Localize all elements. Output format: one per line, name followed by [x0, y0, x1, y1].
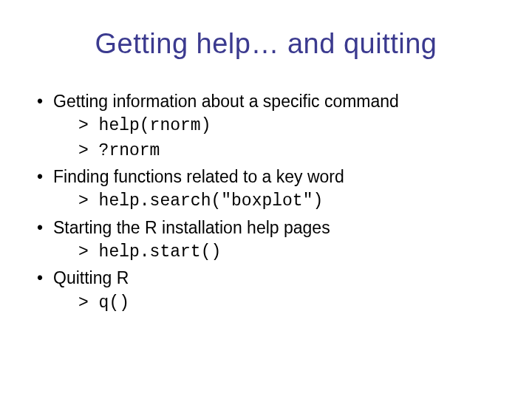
bullet-list: •Getting information about a specific co… — [37, 89, 502, 316]
bullet-dot: • — [37, 165, 53, 189]
code-line: > help(rnorm) — [78, 114, 502, 138]
list-item: •Quitting R > q() — [37, 266, 502, 316]
code-line: > help.search("boxplot") — [78, 189, 502, 214]
item-text: Quitting R — [53, 268, 129, 287]
item-text: Finding functions related to a key word — [53, 167, 344, 186]
code-line: > ?rnorm — [78, 139, 502, 163]
item-text: Starting the R installation help pages — [53, 218, 330, 237]
item-text: Getting information about a specific com… — [53, 92, 399, 111]
slide: Getting help… and quitting •Getting info… — [0, 0, 532, 399]
code-line: > help.start() — [78, 240, 502, 265]
list-item: •Finding functions related to a key word… — [37, 165, 502, 214]
bullet-dot: • — [37, 89, 53, 114]
list-item: •Getting information about a specific co… — [37, 89, 502, 163]
bullet-dot: • — [37, 216, 53, 240]
slide-title: Getting help… and quitting — [30, 28, 502, 60]
bullet-dot: • — [37, 266, 53, 290]
list-item: •Starting the R installation help pages … — [37, 216, 502, 265]
code-line: > q() — [78, 291, 502, 316]
